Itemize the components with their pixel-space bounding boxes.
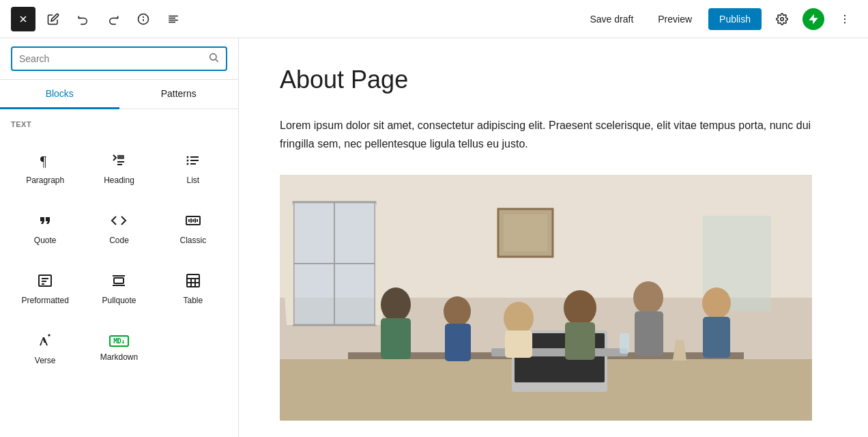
pullquote-icon [109,271,128,290]
content-image [280,175,812,421]
block-item-heading[interactable]: Heading [85,139,153,194]
more-options-button[interactable] [833,7,857,31]
svg-point-59 [381,287,411,322]
toolbar-right: Save draft Preview Publish [581,7,857,31]
heading-icon [109,151,128,170]
search-bar [0,38,238,80]
svg-point-12 [844,22,845,23]
svg-rect-62 [445,324,471,361]
svg-point-13 [210,54,216,60]
svg-rect-51 [504,214,547,251]
undo-button[interactable] [71,7,96,31]
tab-patterns[interactable]: Patterns [119,80,239,109]
table-label: Table [183,296,203,305]
table-icon [184,271,203,290]
quote-icon [35,211,55,230]
svg-point-10 [844,14,845,16]
section-label: TEXT [0,109,238,134]
heading-label: Heading [104,175,134,185]
block-item-classic[interactable]: Classic [159,199,227,254]
paragraph-label: Paragraph [26,175,64,185]
block-item-quote[interactable]: Quote [11,199,79,254]
block-item-pullquote[interactable]: Pullquote [85,259,153,314]
classic-icon [184,211,203,230]
block-item-code[interactable]: Code [85,199,153,254]
list-label: List [186,175,199,185]
list-view-button[interactable] [161,7,186,31]
pullquote-label: Pullquote [102,296,136,305]
search-input[interactable] [19,53,208,64]
block-item-preformatted[interactable]: Preformatted [11,259,79,314]
classic-label: Classic [179,236,206,245]
edit-button[interactable] [41,7,66,31]
sidebar: Blocks Patterns TEXT ¶ Paragraph [0,38,239,437]
search-input-wrap [11,46,227,71]
svg-point-67 [633,281,663,314]
svg-rect-71 [620,333,629,354]
verse-icon [35,331,55,350]
preformatted-label: Preformatted [21,296,68,305]
publish-button[interactable]: Publish [708,8,762,30]
svg-point-61 [444,296,471,326]
svg-rect-68 [635,311,663,356]
preformatted-icon [35,271,55,290]
preview-button[interactable]: Preview [650,10,700,29]
code-icon [109,211,128,230]
quote-label: Quote [34,236,57,245]
svg-rect-37 [114,278,124,283]
blocks-grid: ¶ Paragraph Heading [0,134,238,380]
tab-blocks[interactable]: Blocks [0,80,119,109]
content-area: About Page Lorem ipsum dolor sit amet, c… [239,38,868,437]
toolbar-left [11,7,186,31]
page-title[interactable]: About Page [280,66,827,94]
svg-rect-64 [505,330,532,358]
svg-rect-60 [381,318,411,359]
svg-rect-66 [565,322,595,360]
paragraph-icon: ¶ [35,151,55,170]
svg-point-63 [504,302,534,335]
page-image [280,175,812,421]
avatar[interactable] [802,8,824,30]
info-button[interactable] [131,7,156,31]
svg-point-65 [564,290,596,326]
block-item-verse[interactable]: Verse [11,320,79,374]
svg-line-14 [216,59,218,62]
svg-text:¶: ¶ [40,154,46,169]
redo-button[interactable] [101,7,126,31]
svg-point-9 [781,17,784,20]
svg-rect-16 [117,155,124,159]
svg-rect-38 [187,274,199,287]
block-item-markdown[interactable]: MD↓ Markdown [85,320,153,374]
code-label: Code [109,236,129,245]
verse-label: Verse [35,356,56,365]
svg-point-11 [844,18,845,19]
markdown-label: Markdown [100,352,138,362]
svg-point-69 [702,287,731,319]
close-button[interactable] [11,7,35,31]
settings-button[interactable] [770,7,794,31]
markdown-icon: MD↓ [109,335,129,347]
toolbar: Save draft Preview Publish [0,0,868,38]
page-body[interactable]: Lorem ipsum dolor sit amet, consectetur … [280,116,812,153]
save-draft-button[interactable]: Save draft [581,10,641,29]
block-item-table[interactable]: Table [159,259,227,314]
block-item-list[interactable]: List [159,139,227,194]
list-icon [184,151,203,170]
search-icon[interactable] [208,52,219,66]
main-layout: Blocks Patterns TEXT ¶ Paragraph [0,38,868,437]
block-item-paragraph[interactable]: ¶ Paragraph [11,139,79,194]
tabs: Blocks Patterns [0,80,238,109]
svg-rect-70 [703,317,730,358]
